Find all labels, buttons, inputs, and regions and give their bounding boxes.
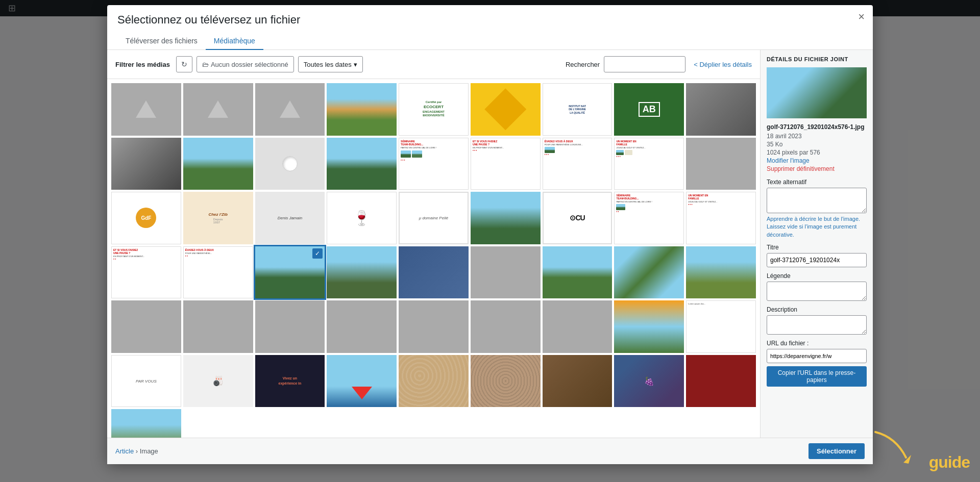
media-thumb[interactable] [327,246,397,299]
media-thumb[interactable] [543,300,612,353]
media-thumb[interactable] [471,246,541,299]
modal-overlay: Sélectionnez ou téléversez un fichier × … [0,0,980,482]
media-thumb[interactable]: 🎳 [183,355,253,408]
media-thumb[interactable]: Chez l'Zib Depuis1937 [183,192,253,244]
media-modal: Sélectionnez ou téléversez un fichier × … [107,5,873,464]
media-thumb[interactable] [471,192,541,244]
alt-text-label: Texte alternatif [767,179,867,186]
caption-input[interactable] [767,282,867,301]
media-thumb[interactable] [111,409,181,438]
details-preview-image [767,67,867,118]
media-thumb[interactable]: 🍷 [327,192,397,244]
media-thumb[interactable]: GdF [111,192,181,244]
media-thumb[interactable] [255,83,325,136]
media-thumb[interactable]: ÉVADEZ-VOUS À DEUX POUR UNE PARENTHÈSE L… [543,138,612,190]
media-thumb[interactable] [327,138,397,190]
media-grid: Certifié parECOCERTENGAGEMENTBIODIVERSIT… [111,83,756,438]
media-thumb[interactable] [183,300,253,353]
filter-bar: Filtrer les médias ↻ 🗁 Aucun dossier sél… [107,50,760,79]
folder-selector[interactable]: 🗁 Aucun dossier sélectionné [197,56,294,72]
media-thumb[interactable] [471,300,541,353]
modal-body: Filtrer les médias ↻ 🗁 Aucun dossier sél… [107,50,873,438]
media-thumb[interactable]: ÉVADEZ-VOUS À DEUX POUR UNE PARENTHÈSE..… [183,246,253,299]
media-thumb[interactable]: μ domaine Pellé [399,192,469,244]
caption-label: Légende [767,272,867,280]
details-panel-title: DÉTAILS DU FICHIER JOINT [767,56,867,62]
media-thumb[interactable] [327,83,397,136]
folder-icon: 🗁 [202,61,209,68]
media-thumb-selected[interactable]: ✓ [255,246,325,299]
media-thumb[interactable]: ⊙CU [543,192,612,244]
media-thumb[interactable] [614,246,684,299]
details-date: 18 avril 2023 [767,133,867,140]
media-thumb[interactable] [686,83,756,136]
media-thumb[interactable]: INSTITUT NATDE L'ORIGINELA QUALITÉ [543,83,612,136]
media-thumb[interactable] [543,246,612,299]
details-toggle[interactable]: < Déplier les détails [694,61,752,68]
media-thumb[interactable] [111,83,181,136]
media-thumb[interactable]: AB [614,83,684,136]
details-filename: golf-3712076_19201024x576-1.jpg [767,123,867,131]
media-thumb[interactable]: Vivez unexpérience in [255,355,325,408]
media-thumb[interactable]: SÉMINAIRETEAM-BUILDING... PARTEZ EN CENT… [614,192,684,244]
media-thumb[interactable] [327,355,397,408]
refresh-button[interactable]: ↻ [176,56,192,72]
copy-url-button[interactable]: Copier l'URL dans le presse-papiers [767,366,867,387]
alt-text-input[interactable] [767,188,867,213]
edit-image-link[interactable]: Modifier l'image [767,157,867,164]
media-grid-container: Certifié parECOCERTENGAGEMENTBIODIVERSIT… [107,79,760,438]
title-input[interactable] [767,253,867,267]
media-thumb[interactable] [111,300,181,353]
breadcrumb-separator: › [136,447,140,455]
media-thumb[interactable] [543,355,612,408]
media-thumb[interactable]: ET SI VOUS FAISIEZUNE PAUSE ? EN PROFITA… [471,138,541,190]
media-thumb[interactable]: Certifié parECOCERTENGAGEMENTBIODIVERSIT… [399,83,469,136]
description-label: Description [767,306,867,313]
media-thumb[interactable] [399,246,469,299]
media-thumb[interactable] [255,138,325,190]
media-thumb[interactable]: PAR VOUS [111,355,181,408]
description-input[interactable] [767,315,867,335]
search-label: Rechercher [566,61,600,68]
modal-header: Sélectionnez ou téléversez un fichier × … [107,5,873,50]
media-thumb[interactable]: Denis Jamain [255,192,325,244]
select-button[interactable]: Sélectionner [808,443,865,459]
date-selector[interactable]: Toutes les dates ▾ [298,56,363,72]
modal-close-button[interactable]: × [858,11,865,22]
media-thumb[interactable]: UN MOMENT ENFAMILLE JOUEZ AU GOLF ET VIS… [614,138,684,190]
media-thumb[interactable]: ET SI VOUS FAISIEZUNE PAUSE ? EN PROFITA… [111,246,181,299]
date-label: Toutes les dates [304,61,352,68]
breadcrumb: Article › Image [115,447,158,455]
tab-library[interactable]: Médiathèque [206,33,263,50]
media-thumb[interactable] [471,83,541,136]
media-thumb[interactable] [686,246,756,299]
media-thumb[interactable] [399,355,469,408]
modal-tabs: Téléverser des fichiers Médiathèque [117,33,863,49]
alt-text-hint-link[interactable]: Apprendre à décrire le but de l'image. L… [767,216,860,238]
breadcrumb-article[interactable]: Article [115,447,134,455]
media-thumb[interactable] [327,300,397,353]
media-thumb[interactable] [686,355,756,408]
chevron-down-icon: ▾ [354,61,357,68]
media-thumb[interactable]: UN MOMENT ENFAMILLE JOUEZ AU GOLF ET VIS… [686,192,756,244]
url-input[interactable] [767,349,867,363]
media-thumb[interactable]: Lorem ipsum doc... [686,300,756,353]
media-thumb[interactable] [183,138,253,190]
media-panel: Filtrer les médias ↻ 🗁 Aucun dossier sél… [107,50,761,438]
media-thumb[interactable] [614,300,684,353]
details-size: 35 Ko [767,141,867,148]
tab-upload[interactable]: Téléverser des fichiers [117,33,206,50]
media-thumb[interactable] [183,83,253,136]
media-thumb[interactable] [686,138,756,190]
search-area: Rechercher [566,56,685,72]
media-thumb[interactable]: SÉMINAIRETEAM-BUILDING... PARTEZ EN CENT… [399,138,469,190]
search-input[interactable] [604,56,685,72]
breadcrumb-image: Image [140,447,158,455]
filter-label: Filtrer les médias [115,61,170,68]
media-thumb[interactable] [399,300,469,353]
media-thumb[interactable] [111,138,181,190]
media-thumb[interactable] [255,300,325,353]
media-thumb[interactable]: 🍇 [614,355,684,408]
media-thumb[interactable] [471,355,541,408]
delete-image-link[interactable]: Supprimer définitivement [767,165,867,172]
